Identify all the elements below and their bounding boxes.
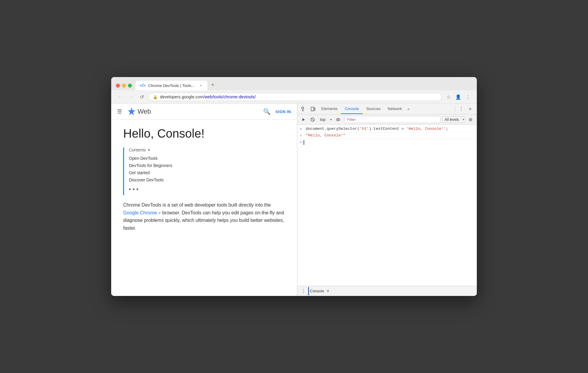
contents-link-discover[interactable]: Discover DevTools [129, 176, 285, 184]
page-nav: ☰ Web 🔍 SIGN IN [111, 104, 297, 120]
context-selector[interactable]: top [318, 116, 333, 123]
contents-chevron-icon: ▾ [148, 148, 150, 152]
contents-box: Contents ▾ Open DevTools DevTools for Be… [123, 148, 285, 195]
contents-header: Contents ▾ [129, 148, 285, 152]
minimize-window-button[interactable] [122, 84, 126, 88]
element-picker-icon [301, 107, 306, 112]
google-chrome-link[interactable]: Google Chrome [123, 210, 157, 215]
lock-icon: 🔒 [153, 95, 158, 99]
sign-in-button[interactable]: SIGN IN [275, 109, 291, 114]
console-code-1: document.querySelector('h1').textContent… [306, 127, 448, 131]
tab-sources[interactable]: Sources [363, 104, 384, 114]
devtools-tabs: Elements Console Sources Network » [318, 104, 453, 114]
tab-devtools-icon: </> [140, 83, 146, 88]
article-body-text-1: Chrome DevTools is a set of web develope… [123, 202, 271, 207]
console-result: "Hello, Console!" [306, 133, 346, 138]
forward-button[interactable]: → [127, 93, 135, 101]
svg-rect-5 [314, 108, 315, 110]
device-toolbar-button[interactable] [309, 105, 317, 113]
context-selector-wrapper: top ▾ [318, 116, 333, 123]
console-output: > document.querySelector('h1').textConte… [297, 125, 477, 286]
forward-icon: → [129, 94, 133, 100]
levels-selector[interactable]: All levels [442, 116, 465, 123]
external-link-icon: ↗ [158, 210, 161, 216]
console-play-button[interactable] [300, 116, 307, 124]
bottom-bar-label-wrapper: Console [308, 289, 324, 293]
svg-point-11 [470, 119, 471, 120]
levels-selector-wrapper: All levels ▾ [442, 116, 465, 123]
filter-input-wrapper [344, 116, 441, 123]
devtools-close-button[interactable]: × [466, 105, 474, 113]
reload-button[interactable]: ↺ [138, 93, 146, 101]
console-arrow-out: < [300, 133, 304, 138]
devtools-bottom-bar: ⋮ Console × [297, 286, 477, 296]
new-tab-button[interactable]: + [209, 81, 217, 89]
tab-console[interactable]: Console [341, 104, 363, 114]
profile-icon: 👤 [455, 94, 461, 100]
url-path: /web/tools/chrome-devtools/ [203, 94, 256, 99]
more-dots: • • • [129, 184, 285, 195]
tab-close-button[interactable]: × [198, 83, 203, 88]
clear-icon [310, 118, 315, 122]
element-picker-button[interactable] [300, 105, 308, 113]
console-toolbar: top ▾ All levels ▾ [297, 115, 477, 125]
svg-rect-1 [302, 107, 304, 109]
devtools-panel: Elements Console Sources Network » ⋮ × [297, 104, 477, 296]
logo-text: Web [138, 108, 151, 115]
back-button[interactable]: ← [116, 93, 124, 101]
contents-link-open-devtools[interactable]: Open DevTools [129, 155, 285, 162]
nav-actions: ☆ 👤 ⋮ [444, 93, 472, 101]
profile-button[interactable]: 👤 [454, 93, 462, 101]
contents-link-beginners[interactable]: DevTools for Beginners [129, 162, 285, 169]
tab-elements[interactable]: Elements [318, 104, 341, 114]
svg-line-8 [311, 118, 314, 121]
clear-console-button[interactable] [309, 116, 316, 124]
console-line-output: < "Hello, Console!" [297, 133, 477, 139]
hamburger-menu-button[interactable]: ☰ [117, 108, 122, 115]
active-tab[interactable]: </> Chrome DevTools | Tools for W × [135, 81, 207, 90]
tab-network[interactable]: Network [384, 104, 406, 114]
console-settings-button[interactable] [467, 116, 474, 124]
console-prompt-line[interactable]: > [297, 139, 477, 146]
address-bar[interactable]: 🔒 developers.google.com/web/tools/chrome… [148, 93, 442, 101]
main-content: ☰ Web 🔍 SIGN IN Hello, Console! [111, 104, 477, 296]
address-text: developers.google.com/web/tools/chrome-d… [160, 94, 438, 99]
close-window-button[interactable] [116, 84, 120, 88]
console-cursor [304, 140, 304, 145]
reload-icon: ↺ [140, 94, 144, 100]
tab-title: Chrome DevTools | Tools for W [148, 83, 196, 88]
article-heading: Hello, Console! [123, 127, 285, 140]
maximize-window-button[interactable] [128, 84, 132, 88]
bookmark-icon: ☆ [447, 94, 451, 100]
bottom-bar-console-label: Console [310, 289, 324, 293]
bottom-bar-menu-button[interactable]: ⋮ [301, 288, 306, 294]
eye-button[interactable] [334, 116, 342, 124]
more-vert-icon: ⋮ [465, 94, 470, 100]
filter-input[interactable] [344, 116, 441, 123]
more-options-button[interactable]: ⋮ [464, 93, 472, 101]
svg-marker-6 [302, 118, 305, 121]
contents-link-get-started[interactable]: Get started [129, 169, 285, 176]
tabs-row: </> Chrome DevTools | Tools for W × + [135, 81, 472, 90]
console-line-input: > document.querySelector('h1').textConte… [297, 126, 477, 133]
search-button[interactable]: 🔍 [263, 108, 271, 115]
devtools-toolbar: Elements Console Sources Network » ⋮ × [297, 104, 477, 115]
page-content: ☰ Web 🔍 SIGN IN Hello, Console! [111, 104, 297, 296]
settings-icon [468, 118, 473, 122]
bookmark-button[interactable]: ☆ [444, 93, 453, 101]
title-bar-top: </> Chrome DevTools | Tools for W × + [116, 81, 472, 90]
more-tabs-button[interactable]: » [405, 104, 411, 114]
svg-marker-0 [128, 107, 135, 115]
toolbar-separator [455, 106, 455, 112]
article-body: Chrome DevTools is a set of web develope… [123, 201, 285, 232]
nav-bar: ← → ↺ 🔒 developers.google.com/web/tools/… [111, 90, 477, 104]
back-icon: ← [118, 94, 123, 100]
url-domain: developers.google.com [160, 94, 203, 99]
title-bar: </> Chrome DevTools | Tools for W × + [111, 77, 477, 90]
devtools-more-button[interactable]: ⋮ [457, 105, 465, 113]
device-toolbar-icon [310, 107, 315, 112]
eye-icon [336, 118, 340, 122]
browser-window: </> Chrome DevTools | Tools for W × + ← … [111, 77, 477, 296]
bottom-bar-close-button[interactable]: × [327, 288, 329, 294]
svg-rect-4 [311, 107, 314, 111]
